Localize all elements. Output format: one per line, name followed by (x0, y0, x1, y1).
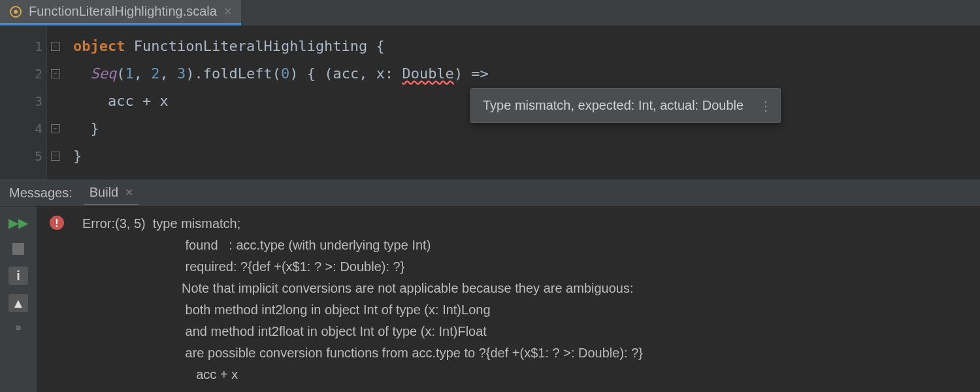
code-text (73, 65, 91, 82)
code-number: 2 (151, 65, 159, 82)
code-text: , (134, 65, 152, 82)
error-icon: ! (50, 216, 64, 230)
error-detail: found : acc.type (with underlying type I… (82, 235, 967, 385)
code-text: ) { (acc, x: (289, 65, 402, 82)
code-editor[interactable]: 1 2 3 4 5 − − − − object FunctionLiteral… (0, 26, 980, 180)
code-number: 1 (125, 65, 134, 82)
tooltip-text: Type mismatch, expected: Int, actual: Do… (483, 98, 743, 112)
error-line: and method int2float in object Int of ty… (182, 324, 487, 338)
fold-icon[interactable]: − (51, 42, 60, 51)
error-line: are possible conversion functions from a… (182, 346, 643, 360)
code-text: } (73, 120, 99, 137)
stop-square-icon (12, 243, 24, 255)
code-type: Seq (91, 65, 117, 82)
code-keyword: object (73, 38, 125, 54)
rerun-icon[interactable]: ▶▶ (8, 214, 28, 231)
code-number: 0 (281, 65, 289, 82)
code-text: acc + x (73, 93, 169, 109)
messages-panel-body: ▶▶ i ▲ » ! Error:(3, 5) type mismatch; f… (0, 206, 980, 392)
error-line: both method int2long in object Int of ty… (182, 302, 491, 317)
scala-file-icon (9, 5, 22, 18)
messages-toolbar: ▶▶ i ▲ » (0, 206, 37, 392)
error-line: acc + x (182, 367, 238, 382)
fold-icon[interactable]: − (51, 124, 60, 133)
line-number: 2 (0, 60, 42, 88)
stop-icon[interactable] (8, 240, 28, 257)
fold-icon[interactable]: − (51, 69, 60, 78)
svg-point-1 (14, 10, 18, 14)
line-number: 3 (0, 88, 42, 115)
editor-tab-bar: FunctionLiteralHighlighting.scala ✕ (0, 0, 980, 26)
code-number: 3 (177, 65, 186, 82)
code-text: , (160, 65, 178, 82)
info-icon[interactable]: i (8, 267, 28, 285)
messages-title: Messages: (9, 186, 73, 201)
tab-filename: FunctionLiteralHighlighting.scala (29, 4, 217, 19)
code-text: ).foldLeft( (186, 65, 281, 82)
code-text: FunctionLiteralHighlighting { (125, 38, 384, 54)
error-line: required: ?{def +(x$1: ? >: Double): ?} (182, 259, 404, 274)
error-line: found : acc.type (with underlying type I… (182, 238, 431, 252)
line-number: 1 (0, 33, 42, 60)
more-tools-icon[interactable]: » (16, 321, 22, 333)
fold-column: − − − − (47, 26, 64, 180)
line-number: 5 (0, 142, 42, 170)
error-header[interactable]: Error:(3, 5) type mismatch; (82, 213, 967, 235)
messages-tab-label: Build (90, 185, 118, 200)
warning-icon[interactable]: ▲ (8, 294, 28, 312)
error-line: Note that implicit conversions are not a… (182, 281, 634, 295)
messages-tab-build[interactable]: Build ✕ (84, 181, 139, 205)
code-text: ) => (454, 65, 489, 82)
code-text: } (73, 148, 82, 164)
line-number: 4 (0, 115, 42, 142)
code-text: ( (116, 65, 125, 82)
line-number-gutter: 1 2 3 4 5 (0, 26, 47, 180)
code-error-token: Double (402, 65, 453, 82)
error-tree[interactable]: ! Error:(3, 5) type mismatch; found : ac… (37, 206, 980, 392)
error-tooltip: Type mismatch, expected: Int, actual: Do… (470, 88, 781, 123)
close-icon[interactable]: ✕ (223, 5, 232, 18)
editor-tab-active[interactable]: FunctionLiteralHighlighting.scala ✕ (0, 0, 241, 25)
close-icon[interactable]: ✕ (125, 186, 133, 199)
messages-panel-header: Messages: Build ✕ (0, 180, 980, 206)
more-actions-icon[interactable]: ⋮ (759, 98, 771, 114)
fold-icon[interactable]: − (51, 152, 60, 161)
